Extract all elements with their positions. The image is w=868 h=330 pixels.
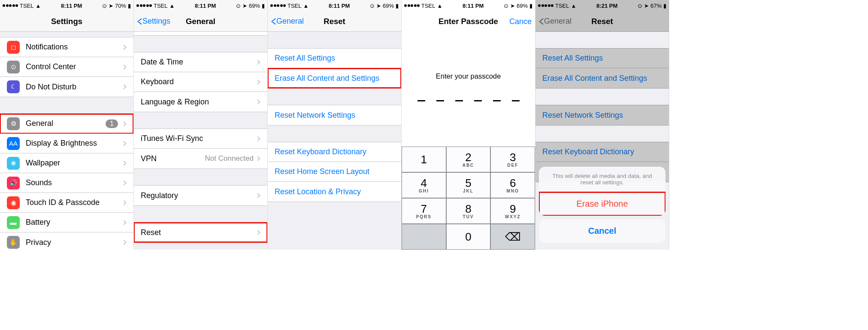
keypad-8[interactable]: 8TUV (446, 198, 491, 224)
settings-row-privacy[interactable]: ✋ Privacy (0, 232, 133, 250)
keypad-4[interactable]: 4GHI (402, 172, 446, 198)
row-label: Reset All Settings (275, 54, 394, 63)
row-icon: AA (7, 137, 20, 150)
restrictions-row[interactable] (134, 32, 267, 35)
chevron-left-icon (137, 18, 142, 25)
settings-row-battery[interactable]: ▬ Battery (0, 213, 133, 232)
keypad-1[interactable]: 1 (402, 147, 446, 172)
row-label: Regulatory (141, 191, 256, 200)
clock: 8:11 PM (195, 3, 216, 9)
settings-row-wallpaper[interactable]: ❀ Wallpaper (0, 153, 133, 173)
keypad-9[interactable]: 9WXYZ (490, 198, 535, 224)
back-button[interactable]: Settings (137, 17, 170, 26)
keypad-6[interactable]: 6MNO (490, 172, 535, 198)
battery-pct: 69% (383, 3, 394, 9)
chevron-right-icon (121, 200, 126, 205)
chevron-right-icon (121, 45, 126, 49)
row-icon: ☾ (7, 80, 20, 93)
carrier: TSEL (421, 3, 436, 9)
row-reset-network-settings[interactable]: Reset Network Settings (268, 105, 401, 125)
badge: 1 (106, 119, 118, 128)
chevron-right-icon (255, 230, 260, 235)
back-label: Settings (142, 17, 170, 26)
row-label: Reset Network Settings (542, 111, 662, 120)
action-sheet: This will delete all media and data, and… (539, 167, 665, 246)
key-letters: WXYZ (505, 214, 521, 219)
key-number: 2 (465, 152, 471, 163)
screen-erase-confirm: TSEL▲ 8:21 PM ⊙➤67%▮ General Reset Reset… (535, 0, 669, 250)
key-letters: TUV (463, 214, 474, 219)
settings-row-display-brightness[interactable]: AA Display & Brightness (0, 134, 133, 153)
clock: 8:11 PM (463, 3, 484, 9)
key-letters: PQRS (416, 214, 432, 219)
alarm-icon: ⊙ (370, 3, 375, 9)
row-reset-keyboard-dictionary[interactable]: Reset Keyboard Dictionary (535, 142, 669, 162)
row-label: Wallpaper (26, 159, 122, 168)
erase-iphone-button[interactable]: Erase iPhone (539, 192, 665, 216)
nav-title: Settings (51, 17, 82, 26)
row-language-region[interactable]: Language & Region (134, 92, 267, 112)
row-label: Control Center (26, 62, 122, 71)
chevron-right-icon (255, 156, 260, 161)
back-button[interactable]: General (539, 17, 572, 26)
settings-row-touch-id-passcode[interactable]: ◉ Touch ID & Passcode (0, 193, 133, 213)
nav-title: General (186, 17, 215, 26)
row-icon: 🔊 (7, 177, 20, 189)
keypad-7[interactable]: 7PQRS (402, 198, 446, 224)
row-label: Erase All Content and Settings (275, 74, 394, 83)
row-regulatory[interactable]: Regulatory (134, 186, 267, 205)
signal-icon (404, 4, 420, 7)
row-label: Keyboard (141, 77, 256, 86)
row-date-time[interactable]: Date & Time (134, 52, 267, 72)
row-label: VPN (141, 154, 205, 163)
row-itunes-wi-fi-sync[interactable]: iTunes Wi-Fi Sync (134, 129, 267, 149)
battery-icon: ▮ (128, 3, 131, 9)
settings-row-sounds[interactable]: 🔊 Sounds (0, 173, 133, 193)
row-reset-network-settings[interactable]: Reset Network Settings (535, 105, 669, 125)
key-letters: JKL (463, 189, 474, 193)
row-reset-home-screen-layout[interactable]: Reset Home Screen Layout (268, 162, 401, 182)
general-group-date: Date & Time Keyboard Language & Region (134, 52, 267, 112)
back-button[interactable]: General (271, 17, 304, 26)
sheet-cancel-button[interactable]: Cancel (539, 219, 665, 243)
chevron-right-icon (121, 141, 126, 146)
signal-icon (136, 4, 152, 7)
row-reset-location-privacy[interactable]: Reset Location & Privacy (268, 182, 401, 202)
row-vpn[interactable]: VPN Not Connected (134, 149, 267, 168)
alarm-icon: ⊙ (504, 3, 508, 9)
row-reset-all-settings[interactable]: Reset All Settings (268, 49, 401, 68)
location-icon: ➤ (510, 3, 515, 9)
alarm-icon: ⊙ (638, 3, 642, 9)
cancel-button[interactable]: Cance (509, 17, 532, 26)
settings-row-general[interactable]: ⚙ General 1 (0, 114, 133, 134)
location-icon: ➤ (644, 3, 649, 9)
settings-row-notifications[interactable]: ◻ Notifications (0, 37, 133, 57)
reset-group-2: Reset Network Settings (268, 105, 401, 125)
keypad-2[interactable]: 2ABC (446, 147, 491, 172)
row-label: Do Not Disturb (26, 82, 122, 92)
row-erase-all-content-and-settings[interactable]: Erase All Content and Settings (535, 68, 669, 88)
settings-group-2: ⚙ General 1 AA Display & Brightness ❀ Wa… (0, 113, 133, 250)
row-erase-all-content-and-settings[interactable]: Erase All Content and Settings (268, 68, 401, 88)
settings-row-do-not-disturb[interactable]: ☾ Do Not Disturb (0, 77, 133, 97)
wifi-icon: ▲ (303, 3, 309, 9)
carrier: TSEL (287, 3, 302, 9)
row-keyboard[interactable]: Keyboard (134, 72, 267, 92)
keypad-3[interactable]: 3DEF (490, 147, 535, 172)
clock: 8:11 PM (329, 3, 350, 9)
nav-bar: General Reset (535, 11, 669, 32)
keypad-delete[interactable]: ⌫ (490, 224, 535, 250)
settings-row-control-center[interactable]: ⊙ Control Center (0, 57, 133, 77)
keypad-5[interactable]: 5JKL (446, 172, 491, 198)
key-number: 5 (465, 177, 471, 189)
screen-settings: TSEL ▲ 8:11 PM ⊙ ➤ 70% ▮ Settings ◻ Noti… (0, 0, 134, 250)
keypad-0[interactable]: 0 (446, 224, 491, 250)
key-letters: MNO (506, 189, 519, 193)
row-label: Reset All Settings (542, 54, 662, 63)
row-icon: ✋ (7, 236, 20, 249)
chevron-right-icon (121, 64, 126, 69)
row-reset-all-settings[interactable]: Reset All Settings (535, 49, 669, 68)
row-reset-keyboard-dictionary[interactable]: Reset Keyboard Dictionary (268, 142, 401, 162)
row-label: Language & Region (141, 98, 256, 107)
row-reset[interactable]: Reset (134, 223, 267, 242)
